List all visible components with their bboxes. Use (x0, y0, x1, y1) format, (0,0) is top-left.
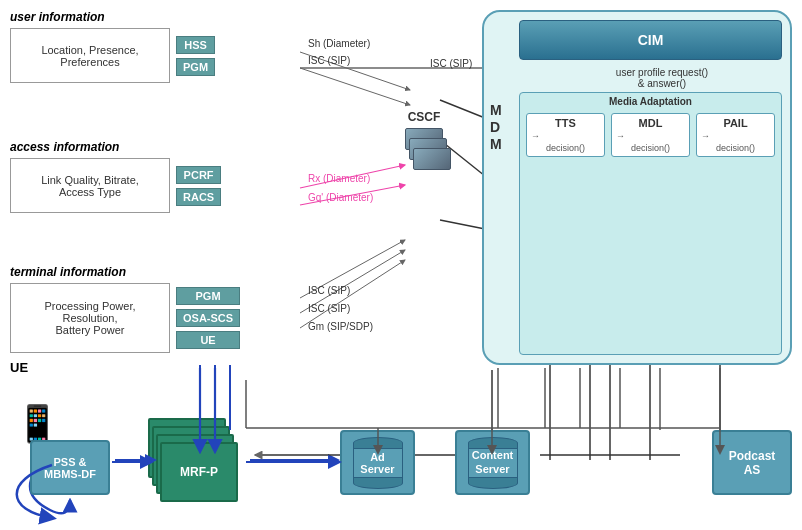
access-info-small-boxes: PCRF RACS (176, 166, 221, 206)
ad-server-cylinder-top (353, 437, 403, 449)
diagram: user information Location, Presence, Pre… (0, 0, 802, 530)
ue-box: UE (176, 331, 240, 349)
cim-label: CIM (638, 32, 664, 48)
content-server-label: ContentServer (468, 449, 518, 477)
access-info-section: access information Link Quality, Bitrate… (10, 140, 221, 213)
terminal-info-section: terminal information Processing Power, R… (10, 265, 240, 353)
media-adaptation-box: Media Adaptation TTS → decision() MDL → … (519, 92, 782, 355)
gq-diameter-label: Gq' (Diameter) (308, 192, 373, 203)
isc-sip-label-user: ISC (SIP) (308, 55, 350, 66)
ad-server-label: AdServer (353, 449, 403, 477)
ue-phone-icon: 📱 (15, 403, 60, 445)
svg-line-1 (300, 68, 410, 105)
mrf-stack: MRF-P MRF-P MRF-P MRF-P (148, 417, 243, 502)
content-server-cylinder-top (468, 437, 518, 449)
terminal-info-label: terminal information (10, 265, 240, 279)
content-server-cylinder-bottom (468, 477, 518, 489)
media-adaptation-label: Media Adaptation (520, 96, 781, 107)
cscf-area: CSCF (405, 110, 443, 198)
mdl-box: MDL → decision() (611, 113, 690, 157)
pail-box: PAIL → decision() (696, 113, 775, 157)
terminal-info-small-boxes: PGM OSA-SCS UE (176, 287, 240, 349)
pgm-box-user: PGM (176, 58, 215, 76)
rx-diameter-label: Rx (Diameter) (308, 173, 370, 184)
pss-mbms-label: PSS & MBMS-DF (44, 456, 96, 480)
isc-sip-right-label: ISC (SIP) (430, 58, 472, 69)
mdm-label: MDM (490, 102, 502, 152)
podcast-label: Podcast AS (729, 449, 776, 477)
osa-scs-box: OSA-SCS (176, 309, 240, 327)
ad-server-cylinder-bottom (353, 477, 403, 489)
ad-server-box: AdServer (340, 430, 415, 495)
access-info-label: access information (10, 140, 221, 154)
user-profile-text: user profile request()& answer() (544, 67, 780, 89)
user-info-small-boxes: HSS PGM (176, 36, 215, 76)
adaptation-boxes: TTS → decision() MDL → decision() PAIL →… (526, 113, 775, 157)
pss-mbms-box: PSS & MBMS-DF (30, 440, 110, 495)
pcrf-box: PCRF (176, 166, 221, 184)
tts-box: TTS → decision() (526, 113, 605, 157)
podcast-as-box: Podcast AS (712, 430, 792, 495)
user-info-label: user information (10, 10, 215, 24)
hss-box: HSS (176, 36, 215, 54)
sh-diameter-label: Sh (Diameter) (308, 38, 370, 49)
user-info-section: user information Location, Presence, Pre… (10, 10, 215, 83)
cscf-server-3 (413, 148, 451, 170)
pgm-box-terminal: PGM (176, 287, 240, 305)
mdm-container: CIM user profile request()& answer() MDM… (482, 10, 792, 365)
content-server-box: ContentServer (455, 430, 530, 495)
access-info-box: Link Quality, Bitrate, Access Type (10, 158, 170, 213)
isc-sip-terminal2: ISC (SIP) (308, 303, 350, 314)
cscf-label: CSCF (405, 110, 443, 124)
racs-box: RACS (176, 188, 221, 206)
user-info-box: Location, Presence, Preferences (10, 28, 170, 83)
cscf-servers (405, 128, 443, 198)
terminal-info-box: Processing Power, Resolution, Battery Po… (10, 283, 170, 353)
cim-box: CIM (519, 20, 782, 60)
isc-sip-terminal1: ISC (SIP) (308, 285, 350, 296)
mrf-box-1: MRF-P (160, 442, 238, 502)
ue-label: UE (10, 360, 28, 375)
gm-sip-sdp-label: Gm (SIP/SDP) (308, 321, 373, 332)
